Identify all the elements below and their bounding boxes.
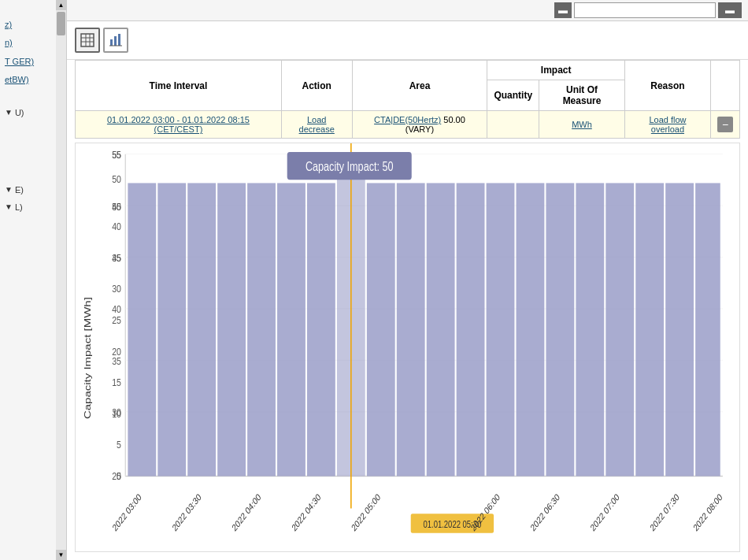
svg-text:2022 07:00: 2022 07:00: [589, 491, 621, 533]
dropdown-arrow-u: ▼: [5, 108, 13, 117]
table-icon: [80, 33, 94, 47]
th-time-interval: Time Interval: [76, 61, 282, 111]
top-button-2[interactable]: ▬: [718, 2, 742, 18]
bar-19: [665, 183, 694, 476]
svg-text:25: 25: [112, 314, 121, 327]
y-axis-label: Capacity Impact [MWh]: [83, 297, 93, 419]
sidebar-scroll-down[interactable]: ▼: [56, 550, 66, 560]
th-quantity: Quantity: [487, 80, 539, 111]
chart-icon: [109, 33, 123, 47]
svg-text:30: 30: [112, 283, 121, 295]
bar-17: [605, 183, 634, 476]
bar-12: [457, 183, 485, 476]
action-link[interactable]: Load decrease: [299, 115, 335, 134]
bar-3: [187, 183, 216, 476]
sidebar-scrollbar[interactable]: [56, 10, 66, 550]
left-sidebar: ▲ z) n) T GER) etBW) ▼ U) ▼ E) ▼: [0, 0, 67, 560]
td-area: CTA|DE(50Hertz) 50.00 (VARY): [352, 111, 487, 139]
search-input[interactable]: [574, 2, 716, 18]
bar-4: [217, 183, 246, 476]
td-time-interval: 01.01.2022 03:00 - 01.01.2022 08:15 (CET…: [76, 111, 282, 139]
td-quantity: [487, 111, 539, 139]
svg-text:35: 35: [112, 252, 121, 265]
th-area: Area: [352, 61, 487, 111]
bar-14: [517, 183, 545, 476]
tooltip-text: Capacity Impact: 50: [305, 160, 394, 174]
bar-7: [307, 183, 335, 476]
data-table: Time Interval Action Area Impact Reason …: [75, 60, 740, 139]
right-panel: ▬ ▬: [67, 0, 748, 560]
reason-link[interactable]: Load flow overload: [649, 115, 686, 134]
svg-text:20: 20: [112, 345, 121, 358]
scroll-thumb: [57, 12, 65, 35]
bar-9: [367, 183, 395, 476]
svg-text:2022 03:30: 2022 03:30: [171, 491, 203, 533]
area-link[interactable]: CTA|DE(50Hertz): [374, 115, 441, 124]
bar-5: [247, 183, 276, 476]
svg-text:2022 04:00: 2022 04:00: [230, 491, 262, 533]
svg-rect-5: [110, 39, 113, 46]
toolbar: [67, 21, 748, 60]
bar-10: [397, 183, 425, 476]
svg-text:2022 03:00: 2022 03:00: [111, 491, 143, 533]
svg-text:55: 55: [112, 149, 121, 161]
svg-text:5: 5: [117, 439, 121, 451]
svg-text:50: 50: [112, 173, 121, 186]
table-view-button[interactable]: [75, 28, 100, 53]
svg-rect-7: [118, 34, 120, 46]
svg-text:10: 10: [112, 407, 121, 420]
dropdown-arrow-l: ▼: [5, 202, 13, 211]
svg-rect-0: [81, 34, 94, 46]
chart-view-button[interactable]: [103, 28, 128, 53]
bar-2: [157, 183, 186, 476]
th-unit: Unit Of Measure: [539, 80, 625, 111]
td-unit: MWh: [539, 111, 625, 139]
svg-text:2022 04:30: 2022 04:30: [290, 491, 322, 533]
svg-text:2022 06:30: 2022 06:30: [529, 491, 561, 533]
dropdown-arrow-e: ▼: [5, 185, 13, 194]
bar-18: [635, 183, 664, 476]
table-container: Time Interval Action Area Impact Reason …: [75, 60, 740, 139]
svg-text:40: 40: [112, 221, 121, 233]
top-bar: ▬ ▬: [67, 0, 748, 21]
top-button-1[interactable]: ▬: [554, 2, 572, 18]
bar-1: [128, 183, 156, 476]
th-reason: Reason: [624, 61, 710, 111]
td-reason: Load flow overload: [624, 111, 710, 139]
svg-text:2022 05:00: 2022 05:00: [350, 491, 382, 533]
svg-text:45: 45: [112, 200, 121, 213]
bar-20: [695, 183, 720, 476]
svg-text:0: 0: [117, 469, 121, 482]
th-actions: [711, 61, 740, 111]
bar-15: [546, 183, 574, 476]
unit-link[interactable]: MWh: [572, 120, 592, 129]
bar-11: [427, 183, 455, 476]
sidebar-scroll-up[interactable]: ▲: [56, 0, 66, 10]
remove-button[interactable]: −: [717, 117, 733, 132]
page-wrapper: ▲ z) n) T GER) etBW) ▼ U) ▼ E) ▼: [0, 0, 748, 560]
td-remove: −: [711, 111, 740, 139]
bar-6: [277, 183, 305, 476]
svg-text:2022 08:00: 2022 08:00: [691, 491, 724, 533]
th-action: Action: [281, 61, 352, 111]
table-row: 01.01.2022 03:00 - 01.01.2022 08:15 (CET…: [76, 111, 740, 139]
time-interval-link[interactable]: 01.01.2022 03:00 - 01.01.2022 08:15 (CET…: [107, 115, 250, 134]
svg-rect-6: [114, 36, 117, 46]
bar-16: [576, 183, 604, 476]
chart-svg: Capacity Impact [MWh] 55 50 45 40 35 30 …: [76, 143, 739, 551]
th-impact: Impact: [487, 61, 624, 80]
bar-13: [487, 183, 515, 476]
svg-text:2022 07:30: 2022 07:30: [648, 491, 680, 533]
chart-container: Capacity Impact [MWh] 55 50 45 40 35 30 …: [75, 143, 740, 552]
svg-text:15: 15: [112, 376, 121, 389]
td-action: Load decrease: [281, 111, 352, 139]
